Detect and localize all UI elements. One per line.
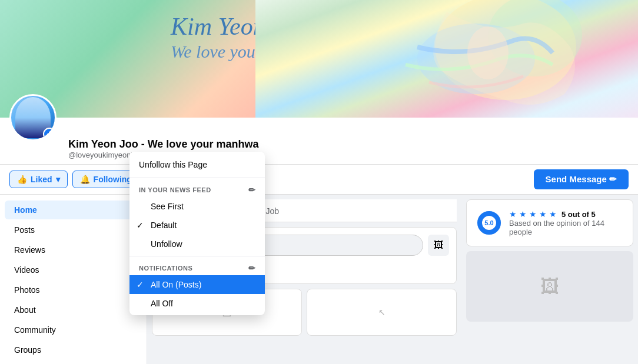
default-label: Default: [151, 221, 177, 230]
news-feed-section: IN YOUR NEWS FEED ✏: [129, 181, 265, 197]
dropdown-divider-2: [129, 256, 265, 256]
send-message-button[interactable]: Send Message ✏: [534, 169, 629, 189]
sidebar-item-photos[interactable]: Photos: [5, 280, 142, 299]
chevron-down-icon: ▾: [56, 175, 60, 184]
see-first-label: See First: [151, 202, 184, 211]
sidebar-item-community[interactable]: Community: [5, 320, 142, 339]
image-placeholder-icon: 🖼: [540, 276, 559, 298]
star-3: ★: [529, 209, 537, 219]
like-icon: 👍: [17, 175, 27, 184]
job-tab-label: Job: [265, 206, 279, 216]
all-on-label: All On (Posts): [151, 280, 201, 289]
post-placeholder-2: ↖: [307, 289, 457, 336]
unfollow-page-item[interactable]: Unfollow this Page: [129, 154, 265, 175]
cover-photo: Kim Yeon Joo We love your manhwa: [0, 0, 638, 118]
home-label: Home: [14, 205, 37, 215]
news-feed-title: IN YOUR NEWS FEED: [139, 186, 211, 193]
unfollow-page-label: Unfollow this Page: [139, 160, 207, 169]
avatar: +: [9, 94, 57, 141]
sidebar-item-videos[interactable]: Videos: [5, 261, 142, 279]
unfollow-label: Unfollow: [151, 239, 182, 249]
notifications-title: NOTIFICATIONS: [139, 265, 192, 272]
following-dropdown: Unfollow this Page IN YOUR NEWS FEED ✏ S…: [129, 152, 265, 315]
sidebar-item-reviews[interactable]: Reviews: [5, 241, 142, 259]
all-on-item[interactable]: ✓ All On (Posts): [129, 275, 265, 294]
reviews-label: Reviews: [14, 245, 45, 255]
camera-icon: 🖼: [434, 240, 443, 251]
unfollow-item[interactable]: Unfollow: [129, 235, 265, 253]
cover-art-svg: [300, 0, 594, 118]
svg-point-3: [467, 26, 509, 79]
send-message-label: Send Message ✏: [546, 174, 617, 184]
edit-icon-2[interactable]: ✏: [248, 263, 256, 273]
community-label: Community: [14, 325, 56, 335]
about-label: About: [14, 305, 36, 315]
check-icon-default: ✓: [137, 221, 144, 230]
map-placeholder: 🖼: [466, 251, 633, 322]
dropdown-divider-1: [129, 178, 265, 178]
profile-name: Kim Yeon Joo - We love your manhwa: [68, 138, 258, 151]
default-item[interactable]: ✓ Default: [129, 216, 265, 235]
main-layout: Home Posts Reviews Videos Photos About C…: [0, 195, 638, 364]
see-first-item[interactable]: See First: [129, 197, 265, 216]
star-2: ★: [519, 209, 527, 219]
star-1: ★: [509, 209, 517, 219]
out-of-label: 5 out of 5: [561, 210, 596, 219]
sidebar-item-home[interactable]: Home: [5, 201, 142, 219]
rating-info: ★ ★ ★ ★ ★ 5 out of 5 Based on the opinio…: [509, 209, 623, 236]
all-off-item[interactable]: All Off: [129, 294, 265, 313]
page-wrapper: Kim Yeon Joo We love your manhwa: [0, 0, 638, 364]
check-icon-all-on: ✓: [137, 280, 144, 289]
sidebar-item-posts[interactable]: Posts: [5, 221, 142, 239]
photos-label: Photos: [14, 285, 40, 295]
photo-upload-button[interactable]: 🖼: [428, 235, 449, 256]
cursor-icon: ↖: [378, 308, 386, 317]
groups-label: Groups: [14, 345, 41, 355]
rating-score-inner: 5.0: [484, 219, 493, 226]
liked-button[interactable]: 👍 Liked ▾: [9, 171, 68, 188]
rating-donut-container: 5.0: [476, 210, 502, 236]
sidebar-item-groups[interactable]: Groups: [5, 340, 142, 359]
all-off-label: All Off: [151, 299, 173, 308]
sidebar-item-about[interactable]: About: [5, 300, 142, 319]
following-label: Following: [94, 175, 132, 184]
rating-card: 5.0 ★ ★ ★ ★ ★ 5 out of 5 Based on the op…: [466, 199, 633, 246]
avatar-plus-icon[interactable]: +: [43, 128, 56, 141]
rating-based-on: Based on the opinion of 144 people: [509, 219, 623, 236]
posts-label: Posts: [14, 225, 35, 235]
edit-icon-1[interactable]: ✏: [248, 185, 256, 195]
rating-stars-row: ★ ★ ★ ★ ★ 5 out of 5: [509, 209, 623, 219]
cover-art: [255, 0, 638, 118]
star-4: ★: [539, 209, 547, 219]
profile-section: + Kim Yeon Joo - We love your manhwa @lo…: [0, 118, 638, 165]
sidebar-item-notes[interactable]: Notes: [5, 360, 142, 364]
sidebar: Home Posts Reviews Videos Photos About C…: [0, 195, 147, 364]
following-icon: 🔔: [80, 175, 90, 184]
right-panel: 5.0 ★ ★ ★ ★ ★ 5 out of 5 Based on the op…: [461, 195, 638, 364]
videos-label: Videos: [14, 265, 39, 275]
star-5: ★: [549, 209, 557, 219]
liked-label: Liked: [31, 175, 52, 184]
based-on-text: Based on the opinion of: [509, 219, 590, 228]
action-bar: 👍 Liked ▾ 🔔 Following ▾ ↗ Share ··· Send…: [0, 165, 638, 195]
notifications-section: NOTIFICATIONS ✏: [129, 259, 265, 275]
